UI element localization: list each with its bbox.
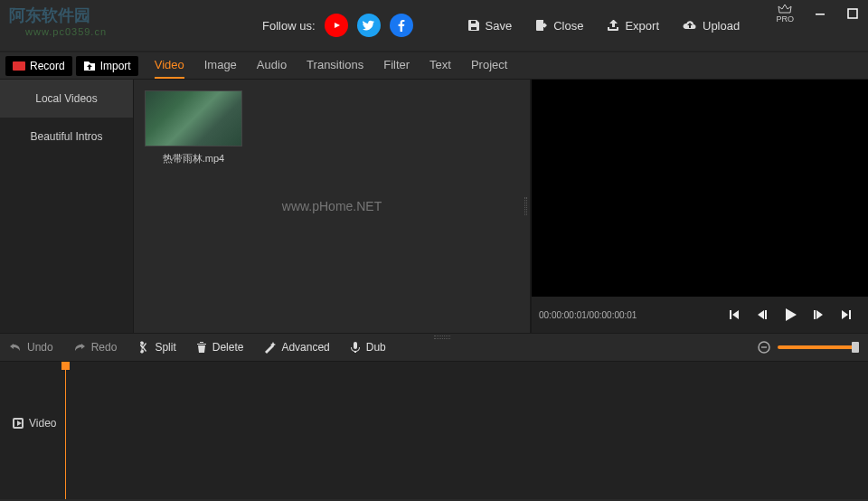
follow-label: Follow us: [262,19,316,33]
advanced-button[interactable]: Advanced [263,341,329,354]
media-thumbnail [145,90,242,147]
import-icon [83,61,96,71]
media-sidebar: Local Videos Beautiful Intros [0,80,134,333]
sidebar-item-beautiful-intros[interactable]: Beautiful Intros [0,118,133,156]
scissors-icon [137,341,149,354]
redo-icon [73,342,86,353]
pro-button[interactable]: PRO [776,4,794,24]
pro-label: PRO [776,14,794,24]
svg-rect-1 [816,14,825,15]
svg-rect-2 [848,9,857,18]
video-track-text: Video [29,417,56,430]
preview-controls: 00:00:00:01/00:00:00:01 [532,297,868,333]
video-track-icon [13,418,24,429]
tab-text[interactable]: Text [429,52,451,79]
redo-label: Redo [91,341,118,354]
import-label: Import [100,60,131,72]
upload-button[interactable]: Upload [683,19,740,33]
split-button[interactable]: Split [137,341,175,354]
svg-marker-0 [335,23,340,28]
close-label: Close [553,19,583,33]
record-label: Record [30,60,65,72]
zoom-slider[interactable] [778,345,859,349]
import-button[interactable]: Import [76,56,138,76]
title-bar: 阿东软件园 www.pc0359.cn Follow us: Save Clos… [0,0,868,52]
skip-end-button[interactable] [839,307,854,322]
timeline-toolbar: Undo Redo Split Delete Advanced Dub [0,333,868,362]
timecode: 00:00:00:01/00:00:00:01 [539,310,637,320]
minimize-button[interactable] [814,7,826,20]
delete-label: Delete [212,341,244,354]
zoom-control [758,341,859,354]
advanced-label: Advanced [281,341,329,354]
play-button[interactable] [781,306,799,324]
split-label: Split [155,341,175,354]
toolbar-drag-handle[interactable] [434,336,450,339]
record-button[interactable]: Record [5,56,72,76]
media-tabs: Video Image Audio Transitions Filter Tex… [155,52,508,79]
save-button[interactable]: Save [467,19,513,33]
close-icon [535,19,548,32]
prev-frame-button[interactable] [754,307,769,322]
preview-panel: 00:00:00:01/00:00:00:01 [530,80,868,333]
record-icon [13,61,25,71]
tab-transitions[interactable]: Transitions [307,52,363,79]
sidebar-item-local-videos[interactable]: Local Videos [0,80,133,118]
tab-filter[interactable]: Filter [383,52,410,79]
follow-us: Follow us: [262,14,413,37]
main-area: Local Videos Beautiful Intros 热带雨林.mp4 w… [0,80,868,333]
watermark-url: www.pc0359.cn [25,26,107,37]
center-watermark: www.pHome.NET [282,199,382,213]
svg-rect-4 [761,346,767,347]
video-track[interactable]: Video [0,407,868,440]
export-label: Export [625,19,659,33]
zoom-out-icon[interactable] [758,341,770,354]
undo-label: Undo [27,341,53,354]
twitter-icon[interactable] [357,14,381,37]
zoom-slider-thumb[interactable] [852,342,859,353]
video-track-label: Video [13,417,56,430]
undo-icon [9,342,22,353]
tab-image[interactable]: Image [204,52,237,79]
mic-icon [350,341,361,354]
facebook-icon[interactable] [390,14,413,37]
export-icon [607,19,619,32]
crown-icon [778,4,792,14]
upload-label: Upload [703,19,740,33]
skip-start-button[interactable] [727,307,741,322]
save-label: Save [486,19,513,33]
dub-label: Dub [366,341,386,354]
window-controls: PRO [776,4,859,24]
delete-button[interactable]: Delete [196,341,244,354]
maximize-button[interactable] [846,7,859,20]
timeline[interactable]: Video [0,362,868,499]
export-button[interactable]: Export [607,19,659,33]
media-clip-label: 热带雨林.mp4 [163,152,224,165]
tab-audio[interactable]: Audio [257,52,287,79]
undo-button[interactable]: Undo [9,341,53,354]
trash-icon [196,341,207,354]
media-toolbar: Record Import Video Image Audio Transiti… [0,52,868,80]
upload-icon [683,20,697,31]
top-actions: Save Close Export Upload [467,19,741,33]
panel-resize-handle[interactable] [521,80,530,333]
tab-video[interactable]: Video [155,52,184,79]
media-clip[interactable]: 热带雨林.mp4 [145,90,242,165]
next-frame-button[interactable] [812,307,826,322]
wand-icon [263,341,276,354]
close-button[interactable]: Close [535,19,583,33]
tab-project[interactable]: Project [471,52,507,79]
dub-button[interactable]: Dub [350,341,386,354]
save-icon [467,19,480,32]
logo-area: 阿东软件园 www.pc0359.cn [9,0,145,52]
redo-button[interactable]: Redo [73,341,118,354]
preview-screen[interactable] [532,80,868,297]
youtube-icon[interactable] [325,14,348,37]
watermark-title: 阿东软件园 [9,5,90,26]
media-grid: 热带雨林.mp4 www.pHome.NET [134,80,530,333]
